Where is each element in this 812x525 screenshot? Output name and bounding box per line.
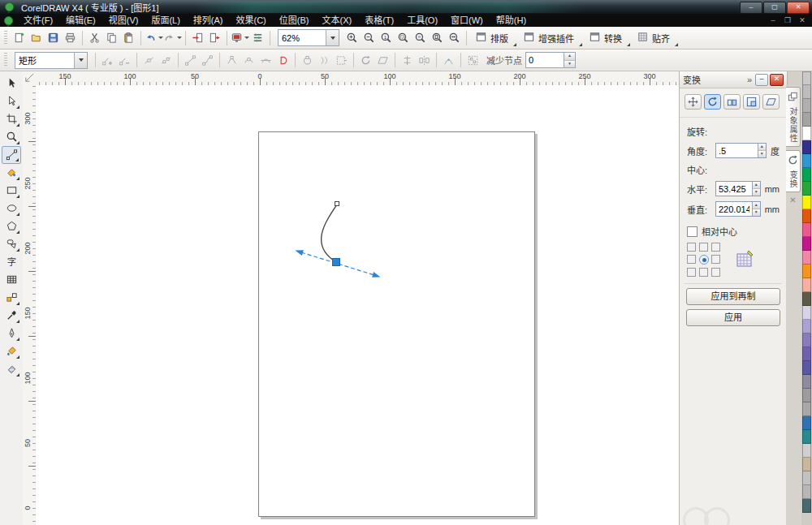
color-swatch[interactable] <box>802 430 811 444</box>
node-reverse-button[interactable] <box>274 51 292 69</box>
color-swatch[interactable] <box>802 168 811 182</box>
spin-up-icon[interactable]: ▲ <box>564 53 575 61</box>
zoom-tool[interactable] <box>2 128 21 146</box>
outline-tool[interactable] <box>2 325 21 342</box>
color-swatch[interactable] <box>802 127 811 140</box>
menu-layout[interactable]: 版面(L) <box>145 14 186 27</box>
node-reflect-button[interactable] <box>416 51 433 69</box>
toolbar-button-snap[interactable]: 贴齐 <box>632 29 675 47</box>
toolbar-overflow-arrow[interactable] <box>579 43 582 46</box>
node-elastic-button[interactable] <box>440 51 457 69</box>
import-button[interactable] <box>189 29 206 47</box>
color-swatch[interactable] <box>802 196 811 209</box>
horizontal-spin[interactable]: ▲▼ <box>752 182 760 196</box>
menu-view[interactable]: 视图(V) <box>102 14 145 27</box>
relative-center-checkbox[interactable] <box>687 226 698 237</box>
crop-tool[interactable] <box>2 110 21 128</box>
zoom-page-button[interactable] <box>429 29 446 47</box>
anchor-bottom-right[interactable] <box>711 268 720 277</box>
color-swatch[interactable] <box>802 375 811 389</box>
menu-table[interactable]: 表格(T) <box>358 14 400 27</box>
blend-tool[interactable] <box>2 289 21 307</box>
text-tool[interactable]: 字 <box>2 253 21 271</box>
toolbar-button-typesetting[interactable]: 排版 <box>470 29 513 47</box>
cut-button[interactable] <box>86 29 103 47</box>
zoom-selected-button[interactable] <box>395 29 412 47</box>
color-swatch[interactable] <box>802 320 811 334</box>
node-join-button[interactable] <box>140 51 158 69</box>
node-close-button[interactable] <box>299 51 316 69</box>
print-button[interactable] <box>62 29 79 47</box>
vertical-spin[interactable]: ▲▼ <box>752 202 760 216</box>
color-swatch[interactable] <box>802 182 811 196</box>
ruler-origin-corner[interactable] <box>23 71 37 86</box>
color-swatch[interactable] <box>802 485 811 499</box>
ellipse-tool[interactable] <box>2 200 21 217</box>
spin-up-icon[interactable]: ▲ <box>753 182 760 189</box>
anchor-bottom-center[interactable] <box>699 268 708 277</box>
menu-tools[interactable]: 工具(O) <box>400 14 444 27</box>
spin-down-icon[interactable]: ▼ <box>564 61 575 68</box>
color-swatch[interactable] <box>802 278 811 292</box>
paste-button[interactable] <box>120 29 137 47</box>
zoom-one-button[interactable]: 1 <box>378 29 395 47</box>
color-swatch[interactable] <box>802 499 811 513</box>
toolbar-button-convert[interactable]: 转换 <box>584 29 627 47</box>
color-swatch[interactable] <box>802 471 811 485</box>
save-button[interactable] <box>45 29 62 47</box>
color-swatch[interactable] <box>802 85 811 99</box>
apply-button[interactable]: 应用 <box>686 309 780 326</box>
node-smooth-button[interactable] <box>240 51 257 69</box>
vertical-ruler[interactable]: 300250200150100500 <box>23 85 37 525</box>
spin-up-icon[interactable]: ▲ <box>758 144 766 151</box>
color-swatch[interactable] <box>802 458 811 471</box>
color-swatch[interactable] <box>802 416 811 430</box>
anchor-center-selected[interactable] <box>699 255 709 265</box>
smart-fill-tool[interactable] <box>2 164 21 182</box>
color-swatch[interactable] <box>802 140 811 154</box>
horizontal-ruler[interactable]: 15010050050100150200250300 <box>36 71 679 86</box>
zoom-level-input[interactable] <box>279 32 326 44</box>
node-delete-button[interactable] <box>116 51 133 69</box>
doc-close-button[interactable]: ✕ <box>797 16 808 25</box>
menu-bitmaps[interactable]: 位图(B) <box>273 14 316 27</box>
new-button[interactable] <box>11 29 28 47</box>
doc-minimize-button[interactable]: – <box>767 16 779 25</box>
color-swatch[interactable] <box>802 265 811 278</box>
node-to-line-button[interactable] <box>182 51 199 69</box>
copy-button[interactable] <box>103 29 120 47</box>
vertical-input[interactable] <box>716 202 752 216</box>
node-select-all-button[interactable] <box>464 51 482 69</box>
docker-minimize-button[interactable]: – <box>755 74 768 86</box>
color-swatch[interactable] <box>802 223 811 237</box>
property-bar-grip[interactable] <box>4 53 7 67</box>
zoom-level-combobox[interactable] <box>278 29 339 46</box>
docker-tab-close-icon[interactable]: ✕ <box>786 196 800 204</box>
color-swatch[interactable] <box>802 99 811 113</box>
close-button[interactable]: ✕ <box>787 2 810 14</box>
node-rotate-button[interactable] <box>357 51 374 69</box>
pick-tool[interactable] <box>2 75 21 93</box>
preset-combo-dropdown[interactable] <box>74 53 87 68</box>
menu-file[interactable]: 文件(F) <box>17 14 59 27</box>
color-swatch[interactable] <box>802 402 811 416</box>
zoom-all-button[interactable] <box>412 29 429 47</box>
transform-position-button[interactable] <box>685 94 702 110</box>
node-align-button[interactable] <box>399 51 416 69</box>
doc-restore-button[interactable]: ❐ <box>782 16 793 25</box>
undo-button[interactable] <box>145 29 163 47</box>
basic-shapes-tool[interactable] <box>2 235 21 253</box>
reduce-nodes-stepper[interactable]: ▲▼ <box>525 52 576 68</box>
spin-up-icon[interactable]: ▲ <box>753 202 760 209</box>
transform-skew-button[interactable] <box>762 94 780 110</box>
menu-help[interactable]: 帮助(H) <box>490 14 533 27</box>
spin-down-icon[interactable]: ▼ <box>753 209 760 216</box>
color-swatch[interactable] <box>802 113 811 127</box>
spin-down-icon[interactable]: ▼ <box>758 151 766 157</box>
transform-rotate-button[interactable] <box>704 94 721 110</box>
color-swatch[interactable] <box>802 209 811 223</box>
rectangle-tool[interactable] <box>2 182 21 200</box>
menu-window[interactable]: 窗口(W) <box>444 14 490 27</box>
toolbar-grip[interactable] <box>4 31 7 45</box>
drawing-canvas[interactable] <box>36 85 679 525</box>
